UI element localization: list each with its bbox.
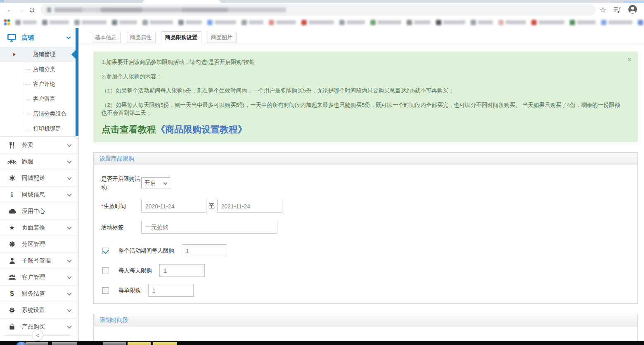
gear-icon	[7, 307, 17, 314]
sidebar-item-system-settings[interactable]: 系统设置	[0, 302, 78, 318]
browser-inactive-tab[interactable]	[225, 0, 611, 3]
sidebar: 店铺 店铺管理 店铺分类 客户评论 客户留言 店铺分	[0, 28, 79, 345]
chevron-down-icon	[67, 191, 71, 196]
chevron-down-icon	[67, 158, 71, 163]
sidebar-item-takeout[interactable]: 外卖	[0, 137, 78, 153]
media-queue-icon[interactable]	[613, 6, 621, 14]
browser-tab-right	[623, 1, 644, 3]
bookmark-item[interactable]	[301, 20, 334, 25]
sidebar-item-printer-binding[interactable]: 打印机绑定	[0, 121, 78, 136]
apps-grid-icon[interactable]	[4, 19, 10, 25]
sidebar-item-page-decoration[interactable]: ★ 页面装修	[0, 219, 78, 236]
browser-tab-strip	[0, 0, 644, 3]
sidebar-item-shop-category[interactable]: 店铺分类	[0, 62, 78, 77]
taskbar-app[interactable]	[103, 342, 126, 345]
active-marker-icon	[13, 52, 16, 57]
browser-active-tab[interactable]	[142, 0, 221, 3]
per-order-limit-input[interactable]	[148, 284, 194, 297]
bookmark-item[interactable]	[269, 20, 296, 25]
shop-submenu: 店铺管理 店铺分类 客户评论 客户留言 店铺分类组合 打印机绑定	[0, 47, 78, 136]
chevron-down-icon	[67, 307, 71, 312]
activity-tag-label: 活动标签	[101, 223, 141, 232]
monitor-icon	[7, 34, 16, 42]
bookmark-item[interactable]	[42, 20, 69, 25]
user-icon	[7, 258, 17, 264]
taskbar-app[interactable]	[153, 342, 177, 345]
sidebar-item-customer-management[interactable]: 客户管理	[0, 269, 78, 285]
side-item-label: 应用中心	[22, 208, 45, 215]
sidebar-footer: «	[0, 329, 75, 341]
bookmark-item[interactable]	[498, 20, 526, 25]
start-orb-icon[interactable]	[17, 342, 26, 345]
sidebar-group-shop: 店铺 店铺管理 店铺分类 客户评论 客户留言 店铺分	[0, 28, 78, 137]
tutorial-prefix: 点击查看教程	[102, 124, 156, 135]
sidebar-item-shop-manage[interactable]: 店铺管理	[0, 47, 78, 62]
whole-period-limit-input[interactable]	[182, 244, 227, 257]
to-label: 至	[209, 203, 215, 210]
sidebar-item-city-delivery[interactable]: 同城配送	[0, 170, 78, 186]
bookmark-item[interactable]	[436, 20, 465, 25]
chevron-down-icon	[67, 224, 71, 229]
per-day-limit-checkbox[interactable]	[102, 267, 109, 274]
sidebar-item-category-combo[interactable]: 店铺分类组合	[0, 106, 78, 121]
tutorial-link[interactable]: 《商品限购设置教程》	[156, 124, 247, 135]
bookmark-item[interactable]	[638, 20, 644, 25]
sidebar-item-customer-messages[interactable]: 客户留言	[0, 92, 78, 106]
bookmark-item[interactable]	[601, 20, 632, 25]
date-from-input[interactable]	[141, 200, 206, 213]
per-day-limit-input[interactable]	[159, 264, 205, 277]
side-item-label: 系统设置	[22, 307, 45, 314]
back-icon[interactable]: ←	[5, 6, 16, 14]
required-asterisk: *	[101, 203, 103, 209]
tab-product-images[interactable]: 商品图片	[207, 32, 237, 43]
tab-basic-info[interactable]: 基本信息	[91, 32, 121, 43]
bookmark-item[interactable]	[407, 20, 431, 25]
taskbar-app[interactable]	[52, 342, 77, 345]
sidebar-item-subaccount[interactable]: 子账号管理	[0, 252, 78, 269]
enable-limit-select[interactable]: 开启	[141, 177, 170, 189]
bookmark-item[interactable]	[207, 20, 236, 25]
taskbar-app[interactable]	[26, 342, 48, 345]
close-icon[interactable]: ×	[627, 56, 631, 63]
tab-product-attributes[interactable]: 商品属性	[126, 32, 156, 43]
refresh-icon[interactable]	[26, 7, 37, 14]
forward-icon[interactable]: →	[16, 6, 26, 14]
sidebar-shop-label: 店铺	[21, 34, 34, 42]
sidebar-item-zone-management[interactable]: 分区管理	[0, 236, 78, 252]
star-icon: ★	[7, 224, 17, 232]
bookmark-item[interactable]	[74, 20, 107, 25]
enable-limit-value: 开启	[144, 180, 156, 187]
notice-box: × 1.如果要开启该商品参加限购活动，请勾选“是否开启限购”按钮 2.参加个人限…	[93, 52, 638, 142]
per-order-limit-checkbox[interactable]	[102, 287, 109, 294]
sub-item-label: 客户评论	[33, 80, 55, 88]
taskbar-app[interactable]	[128, 342, 151, 345]
date-to-input[interactable]	[217, 200, 282, 213]
bookmark-item[interactable]	[15, 20, 37, 25]
bookmark-item[interactable]	[112, 20, 137, 25]
sub-item-label: 店铺分类	[33, 66, 55, 73]
bookmark-item[interactable]	[339, 20, 365, 25]
sidebar-item-finance[interactable]: $ 财务结算	[0, 285, 78, 302]
bookmark-item[interactable]	[570, 20, 596, 25]
sidebar-item-shop[interactable]: 店铺	[0, 28, 78, 47]
tab-purchase-limit-settings[interactable]: 商品限购设置	[161, 31, 201, 43]
address-bar[interactable]	[40, 4, 596, 16]
bookmark-star-icon[interactable]: ☆	[600, 5, 606, 14]
sidebar-collapse-button[interactable]: «	[32, 329, 43, 341]
effective-time-label: 生效时间	[104, 203, 126, 209]
profile-avatar-icon[interactable]	[628, 5, 637, 15]
bookmark-item[interactable]	[242, 20, 263, 25]
activity-tag-input[interactable]	[141, 221, 277, 234]
sidebar-item-errand[interactable]: 跑腿	[0, 153, 78, 170]
bookmark-item[interactable]	[471, 20, 493, 25]
tabstrip-accent	[0, 0, 4, 2]
bookmark-item[interactable]	[178, 20, 202, 25]
bookmark-item[interactable]	[370, 20, 401, 25]
sidebar-item-app-center[interactable]: 应用中心	[0, 203, 78, 219]
sidebar-item-customer-reviews[interactable]: 客户评论	[0, 77, 78, 92]
sidebar-item-city-info[interactable]: i 同城信息	[0, 186, 78, 203]
whole-period-limit-checkbox[interactable]	[102, 248, 109, 254]
bookmark-item[interactable]	[142, 20, 173, 25]
side-item-label: 分区管理	[22, 241, 45, 248]
bookmark-item[interactable]	[531, 20, 564, 25]
